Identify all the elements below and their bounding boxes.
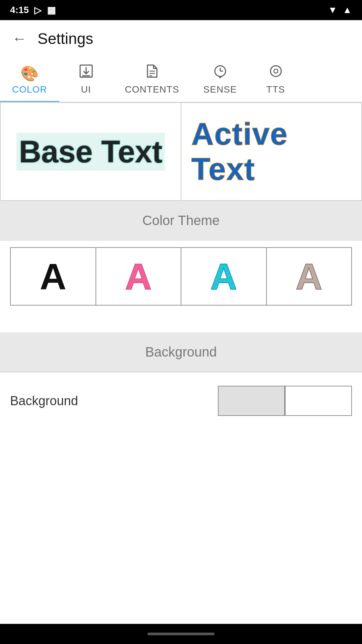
svg-point-9 [270,66,281,76]
active-text-preview: Active Text [191,116,351,187]
theme-item-teal[interactable]: A [181,247,267,306]
tab-contents-label: CONTENTS [125,84,179,95]
tab-color[interactable]: 🎨 COLOR [0,59,59,102]
clock-down-icon [213,64,228,81]
preview-base: Base Text [1,103,181,200]
base-text-preview: Base Text [16,133,165,171]
color-theme-grid: A A A A [0,240,362,312]
svg-point-10 [274,69,278,73]
color-theme-title: Color Theme [142,213,220,228]
wifi-icon: ▼ [328,5,338,15]
tab-ui-label: UI [81,84,91,95]
status-bar-right: ▼ ▲ [328,5,352,15]
status-time: 4:15 [10,5,29,15]
tab-contents[interactable]: CONTENTS [113,57,191,102]
tab-sense-label: SENSE [203,84,237,95]
theme-item-tan[interactable]: A [267,247,352,306]
tab-bar: 🎨 COLOR UI CONTENTS [0,57,362,102]
tab-tts[interactable]: TTS [249,57,303,102]
page-title: Settings [38,30,93,48]
tab-sense[interactable]: SENSE [191,57,249,102]
preview-container: Base Text Active Text [0,102,362,201]
header: ← Settings [0,20,362,57]
tab-tts-label: TTS [266,84,285,95]
theme-letter-black: A [40,258,66,295]
status-bar-left: 4:15 ▷ ▦ [10,5,56,16]
home-indicator [147,633,215,635]
background-buttons [218,386,352,416]
document-icon [145,64,160,81]
theme-letter-tan: A [296,258,322,295]
theme-item-pink[interactable]: A [96,247,182,306]
color-theme-section-header: Color Theme [0,201,362,240]
background-section-header: Background [0,332,362,372]
signal-icon: ▲ [343,5,352,15]
tab-ui[interactable]: UI [59,57,113,102]
background-title: Background [145,344,217,359]
play-icon: ▷ [34,5,42,16]
theme-item-black[interactable]: A [10,247,96,306]
status-bar: 4:15 ▷ ▦ ▼ ▲ [0,0,362,20]
sim-card-icon: ▦ [47,5,56,16]
download-box-icon [79,64,94,81]
theme-letter-teal: A [210,258,237,295]
back-button[interactable]: ← [12,31,27,46]
location-sound-icon [268,64,283,81]
background-row: Background [0,372,362,429]
tab-color-label: COLOR [12,84,47,95]
preview-active: Active Text [181,103,361,200]
theme-letter-pink: A [125,258,152,295]
background-row-label: Background [10,394,78,408]
background-section: Background Background [0,332,362,429]
background-btn-white[interactable] [285,386,352,416]
background-btn-gray[interactable] [218,386,285,416]
nav-hint-bar [0,624,362,644]
palette-icon: 🎨 [20,66,39,81]
